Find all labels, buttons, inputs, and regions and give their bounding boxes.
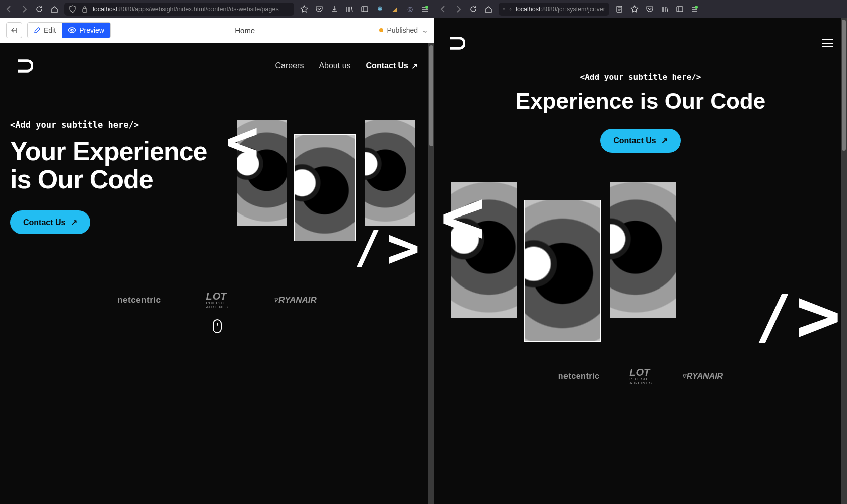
logo-netcentric: netcentric	[558, 372, 599, 381]
cta-label: Contact Us	[613, 136, 656, 146]
hero-cta-button[interactable]: Contact Us ↗	[600, 129, 680, 153]
lock-icon	[81, 5, 89, 13]
reload-icon	[469, 5, 477, 13]
bookmark-star-button[interactable]	[629, 4, 640, 14]
browser-window-right: localhost:8080/jcr:system/jcr:ver	[434, 0, 847, 504]
eye-icon	[68, 26, 76, 34]
nav-back-button[interactable]	[438, 4, 448, 14]
site-preview-desktop: Careers About us Contact Us ↗ <Add your …	[0, 43, 434, 504]
hero-title: Experience is Our Code	[446, 89, 835, 114]
extension-1-button[interactable]: ✱	[375, 4, 385, 14]
star-icon	[630, 5, 639, 13]
reload-button[interactable]	[34, 4, 44, 14]
scroll-hint	[0, 319, 434, 338]
update-dot	[425, 6, 428, 9]
extension-2-button[interactable]: ◢	[390, 4, 400, 14]
logo-ryanair: RYANAIR	[274, 295, 317, 305]
url-text: localhost:8080/apps/websight/index.html/…	[93, 6, 279, 13]
pencil-icon	[34, 27, 41, 34]
cms-preview-tab[interactable]: Preview	[62, 23, 110, 38]
star-icon	[300, 5, 308, 13]
nav-contact[interactable]: Contact Us ↗	[366, 61, 418, 71]
preview-scrollbar[interactable]	[841, 18, 847, 504]
download-icon	[330, 5, 338, 13]
pocket-icon	[646, 5, 654, 13]
arrow-up-right-icon: ↗	[661, 136, 668, 146]
svg-rect-6	[677, 7, 683, 12]
cms-back-button[interactable]	[6, 22, 22, 38]
url-bar-left[interactable]: localhost:8080/apps/websight/index.html/…	[64, 3, 294, 16]
library-button[interactable]	[344, 4, 355, 14]
cms-edit-tab[interactable]: Edit	[28, 23, 62, 38]
angle-bracket-left-icon: <	[226, 109, 259, 173]
nav-forward-button[interactable]	[19, 4, 29, 14]
reader-icon	[615, 5, 623, 13]
bookmark-star-button[interactable]	[299, 4, 309, 14]
logo-ryanair: RYANAIR	[682, 372, 723, 381]
svg-rect-7	[449, 42, 463, 44]
hero-cta-button[interactable]: Contact Us ↗	[10, 210, 90, 234]
downloads-button[interactable]	[329, 4, 339, 14]
hero-subtitle: <Add your subtitle here/>	[10, 120, 211, 130]
angle-bracket-right-icon: >	[387, 215, 420, 280]
library-icon	[345, 5, 354, 13]
scrollbar-thumb[interactable]	[429, 45, 433, 146]
hero-text: <Add your subtitle here/> Your Experienc…	[10, 105, 211, 276]
svg-rect-3	[17, 64, 31, 67]
site-nav: Careers About us Contact Us ↗	[275, 61, 418, 71]
cms-status[interactable]: Published ⌄	[379, 26, 429, 34]
sidebar-button[interactable]	[675, 4, 685, 14]
browser-toolbar-right: localhost:8080/jcr:system/jcr:ver	[434, 0, 847, 18]
svg-point-2	[71, 29, 73, 31]
sidebar-icon	[361, 5, 369, 13]
site-header: Careers About us Contact Us ↗	[0, 43, 434, 75]
library-button[interactable]	[660, 4, 670, 14]
sidebar-icon	[676, 5, 684, 13]
nav-back-button[interactable]	[4, 4, 14, 14]
logo-lot: LOT POLISH AIRLINES	[629, 367, 652, 385]
pocket-button[interactable]	[314, 4, 324, 14]
home-button[interactable]	[49, 4, 59, 14]
svg-rect-1	[362, 7, 368, 12]
toolbar-actions-left: ✱ ◢ ◎	[299, 4, 430, 14]
reload-icon	[35, 5, 43, 13]
reader-mode-button[interactable]	[614, 4, 624, 14]
edit-label: Edit	[44, 26, 56, 34]
pocket-icon	[315, 5, 323, 13]
url-bar-right[interactable]: localhost:8080/jcr:system/jcr:ver	[499, 3, 609, 16]
arrow-right-icon	[454, 5, 462, 13]
lock-icon	[509, 5, 512, 13]
mobile-client-logos: netcentric LOT POLISH AIRLINES RYANAIR	[434, 354, 847, 398]
ds-logo-icon[interactable]	[16, 57, 33, 75]
hero-subtitle: <Add your subtitle here/>	[446, 72, 835, 82]
nav-about[interactable]: About us	[319, 61, 350, 70]
home-button[interactable]	[483, 4, 493, 14]
browser-window-left: localhost:8080/apps/websight/index.html/…	[0, 0, 434, 504]
url-text: localhost:8080/jcr:system/jcr:ver	[516, 6, 605, 13]
hero-image-center	[295, 135, 355, 241]
angle-bracket-left-icon: <	[440, 173, 485, 260]
app-menu-button[interactable]	[420, 4, 430, 14]
mobile-hero: <Add your subtitle here/> Experience is …	[434, 52, 847, 153]
burger-line-icon	[822, 43, 833, 44]
browser-toolbar-left: localhost:8080/apps/websight/index.html/…	[0, 0, 434, 18]
nav-forward-button[interactable]	[453, 4, 463, 14]
scrollbar-thumb[interactable]	[842, 20, 846, 151]
mobile-site-header	[434, 18, 847, 52]
sidebar-button[interactable]	[360, 4, 370, 14]
preview-scrollbar[interactable]	[428, 43, 434, 504]
hamburger-menu-button[interactable]	[822, 39, 833, 47]
extension-3-button[interactable]: ◎	[405, 4, 415, 14]
arrow-left-icon	[5, 5, 13, 13]
svg-rect-4	[510, 9, 511, 10]
hero-image-center	[525, 200, 600, 341]
nav-careers[interactable]: Careers	[275, 61, 304, 70]
pocket-button[interactable]	[645, 4, 655, 14]
reload-button[interactable]	[468, 4, 478, 14]
exit-icon	[10, 26, 18, 34]
ds-logo-icon[interactable]	[448, 35, 465, 52]
app-menu-button[interactable]	[690, 4, 700, 14]
cms-mode-toggle: Edit Preview	[27, 22, 111, 38]
arrow-up-right-icon: ↗	[411, 61, 418, 71]
hero-image-right	[365, 120, 415, 226]
